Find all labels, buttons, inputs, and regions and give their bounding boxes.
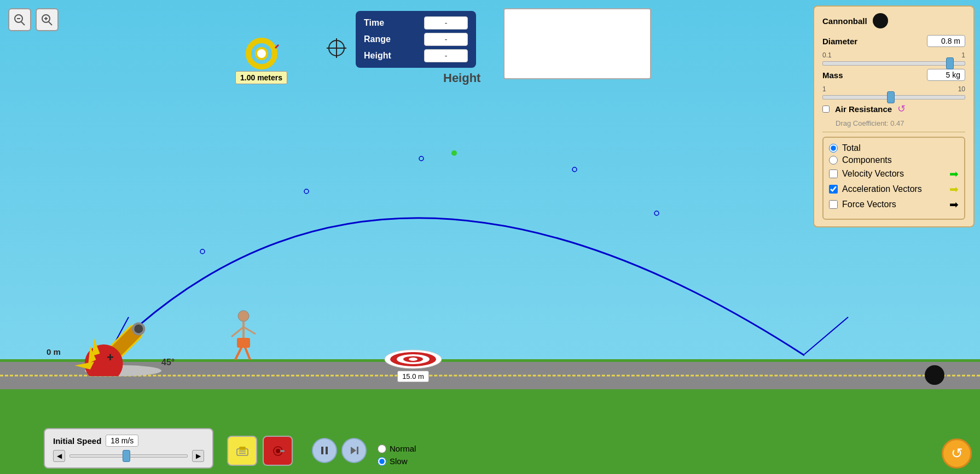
air-resistance-icon: ↺ xyxy=(897,103,906,115)
svg-line-30 xyxy=(243,327,256,334)
angle-value: 45° xyxy=(161,358,175,367)
velocity-vectors-label: Velocity Vectors xyxy=(842,169,904,179)
zoom-out-button[interactable] xyxy=(8,8,31,31)
bottom-panel: Initial Speed 18 m/s ◀ ▶ xyxy=(44,428,213,469)
svg-marker-48 xyxy=(351,447,356,454)
svg-rect-40 xyxy=(239,447,246,450)
total-radio[interactable] xyxy=(829,144,838,153)
normal-speed-radio[interactable] xyxy=(378,444,386,453)
diameter-slider[interactable] xyxy=(822,61,965,66)
acceleration-vectors-label: Acceleration Vectors xyxy=(842,184,922,194)
force-vectors-label: Force Vectors xyxy=(842,200,896,209)
height-label: Height xyxy=(364,51,402,61)
diameter-label: Diameter xyxy=(822,37,857,46)
diameter-value: 0.8 m xyxy=(927,35,965,47)
components-label: Components xyxy=(842,155,892,165)
svg-point-44 xyxy=(276,449,280,453)
svg-point-5 xyxy=(654,211,659,215)
main-canvas: 1.00 meters Time - Range - Height - Heig… xyxy=(0,0,980,474)
speed-value-display: 18 m/s xyxy=(106,435,138,447)
normal-speed-label: Normal xyxy=(390,444,416,453)
person-figure xyxy=(227,309,260,370)
range-value: - xyxy=(424,33,468,46)
angle-marker: 45° xyxy=(161,358,175,367)
zero-marker: 0 m xyxy=(47,347,61,356)
diameter-min: 0.1 xyxy=(822,51,832,59)
diameter-max: 1 xyxy=(961,51,965,59)
range-label: Range xyxy=(364,34,402,44)
mass-label: Mass xyxy=(822,71,843,80)
svg-line-7 xyxy=(804,317,848,354)
cannonball-ground xyxy=(925,365,944,385)
svg-line-17 xyxy=(275,45,279,48)
step-button[interactable] xyxy=(341,438,367,463)
speed-slider[interactable] xyxy=(69,454,188,458)
cannon-button[interactable] xyxy=(263,436,293,466)
measure-tool[interactable]: 1.00 meters xyxy=(235,33,287,84)
measure-label: 1.00 meters xyxy=(235,71,287,84)
stats-panel: Time - Range - Height - xyxy=(356,11,476,68)
velocity-vectors-checkbox[interactable] xyxy=(829,169,838,178)
svg-rect-45 xyxy=(280,450,285,452)
velocity-arrow-icon: ➡ xyxy=(949,167,959,180)
force-arrow-icon: ➡ xyxy=(949,198,959,211)
speed-increase-button[interactable]: ▶ xyxy=(192,450,204,462)
separator xyxy=(822,132,965,132)
target-distance: 15.0 m xyxy=(397,371,429,382)
height-value: - xyxy=(424,49,468,62)
svg-point-16 xyxy=(256,48,267,59)
cannon-base-cross: + xyxy=(107,350,114,365)
speed-mode: Normal Slow xyxy=(378,444,416,466)
svg-point-1 xyxy=(304,189,309,194)
svg-line-14 xyxy=(49,22,52,25)
mass-min: 1 xyxy=(822,85,826,93)
refresh-icon: ↺ xyxy=(951,445,963,462)
initial-speed-label: Initial Speed xyxy=(53,436,101,446)
svg-point-2 xyxy=(419,156,424,161)
height-display-label: Height xyxy=(443,71,480,85)
speed-decrease-button[interactable]: ◀ xyxy=(53,450,65,462)
svg-rect-33 xyxy=(237,338,250,348)
svg-point-4 xyxy=(572,167,577,172)
force-vectors-checkbox[interactable] xyxy=(829,200,838,209)
svg-point-3 xyxy=(451,150,457,156)
slow-speed-label: Slow xyxy=(390,457,408,466)
components-radio[interactable] xyxy=(829,156,838,165)
slow-speed-radio[interactable] xyxy=(378,457,386,466)
svg-line-10 xyxy=(21,22,25,25)
vectors-section: Total Components Velocity Vectors ➡ Acce… xyxy=(822,137,965,220)
right-panel: Cannonball Diameter 0.8 m 0.1 1 Mass 5 k… xyxy=(813,5,975,227)
total-label: Total xyxy=(842,143,861,153)
time-value: - xyxy=(424,16,468,30)
graph-box xyxy=(503,8,651,79)
target[interactable]: 15.0 m xyxy=(383,349,443,382)
svg-point-0 xyxy=(200,249,205,254)
mass-value: 5 kg xyxy=(927,69,965,81)
playback-controls xyxy=(312,438,367,463)
drag-coeff-label: Drag Coefficient: 0.47 xyxy=(836,119,965,127)
mass-max: 10 xyxy=(958,85,965,93)
acceleration-vectors-checkbox[interactable] xyxy=(829,185,838,194)
refresh-button[interactable]: ↺ xyxy=(942,438,972,469)
zoom-controls xyxy=(8,8,59,31)
acceleration-arrow-icon: ➡ xyxy=(949,183,959,196)
svg-rect-47 xyxy=(326,447,328,454)
zoom-in-button[interactable] xyxy=(36,8,59,31)
cannonball-label: Cannonball xyxy=(822,16,867,26)
svg-rect-46 xyxy=(321,447,323,454)
control-buttons xyxy=(227,436,293,466)
svg-point-38 xyxy=(409,358,417,361)
svg-rect-49 xyxy=(357,447,358,454)
erase-button[interactable] xyxy=(227,436,257,466)
cannon xyxy=(74,311,172,378)
pause-button[interactable] xyxy=(312,438,337,463)
svg-point-27 xyxy=(238,311,249,321)
air-resistance-checkbox[interactable] xyxy=(822,106,830,113)
mass-slider[interactable] xyxy=(822,95,965,100)
time-label: Time xyxy=(364,18,402,28)
svg-line-29 xyxy=(231,327,243,337)
air-resistance-label: Air Resistance xyxy=(835,104,892,114)
cannonball-icon xyxy=(873,13,888,28)
crosshair[interactable] xyxy=(326,37,347,64)
